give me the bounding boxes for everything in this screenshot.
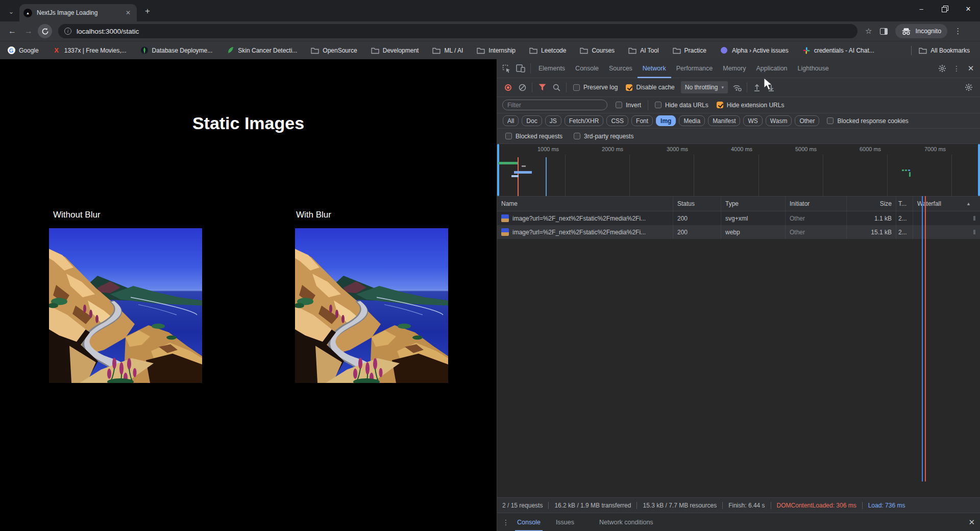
throttling-dropdown[interactable]: No throttling▾ [681,81,728,93]
tab-sources[interactable]: Sources [604,59,638,78]
clear-network-log-icon[interactable] [516,81,529,94]
bookmark-item[interactable]: X1337x | Free Movies,... [53,46,127,55]
tab-application[interactable]: Application [751,59,792,78]
bookmark-item[interactable]: Skin Cancer Detecti... [226,46,297,55]
bookmark-item[interactable]: Internship [477,46,516,55]
column-status[interactable]: Status [673,197,721,211]
chip-wasm[interactable]: Wasm [766,115,792,126]
devtools-panel: Elements Console Sources Network Perform… [497,59,980,531]
bookmark-item[interactable]: Database Deployme... [140,46,213,55]
chip-js[interactable]: JS [545,115,561,126]
timeline-request-dash [905,170,907,171]
inspect-element-icon[interactable] [500,62,513,75]
drawer-tab-console[interactable]: Console [515,513,543,531]
filter-input[interactable] [502,100,607,110]
drawer-close-icon[interactable]: ✕ [968,518,975,527]
network-conditions-icon[interactable] [730,81,744,94]
bookmark-item[interactable]: Leetcode [529,46,566,55]
column-name[interactable]: Name [497,197,673,211]
timeline-green-bar [498,162,518,164]
disable-cache-checkbox[interactable]: Disable cache [626,84,674,91]
gridline [758,155,759,196]
tab-performance[interactable]: Performance [671,59,718,78]
chip-all[interactable]: All [503,115,519,126]
network-settings-gear-icon[interactable] [962,81,975,94]
chip-doc[interactable]: Doc [522,115,542,126]
bookmark-item[interactable]: credentials - AI Chat... [802,46,874,55]
tab-console[interactable]: Console [570,59,604,78]
third-party-requests-checkbox[interactable]: 3rd-party requests [574,133,633,140]
address-bar[interactable]: i localhost:3000/static [58,24,857,38]
folder-icon [919,46,927,55]
checkbox-icon [655,102,662,108]
column-waterfall[interactable]: Waterfall▲ [913,197,980,211]
chip-fetch-xhr[interactable]: Fetch/XHR [565,115,604,126]
network-overview-timeline[interactable]: 1000 ms 2000 ms 3000 ms 4000 ms 5000 ms … [497,144,980,197]
bookmark-item[interactable]: Courses [580,46,615,55]
record-network-log-icon[interactable] [505,84,511,91]
chip-other[interactable]: Other [795,115,819,126]
timeline-left-handle[interactable] [497,144,499,196]
settings-gear-icon[interactable] [936,62,949,75]
drawer-tab-network-conditions[interactable]: Network conditions [597,513,655,531]
timeline-right-handle[interactable] [978,144,980,196]
hide-data-urls-checkbox[interactable]: Hide data URLs [655,102,708,109]
bookmark-item[interactable]: OpenSource [311,46,357,55]
restore-button[interactable] [933,0,957,17]
back-button[interactable]: ← [5,24,19,38]
chip-font[interactable]: Font [631,115,653,126]
reload-button[interactable] [38,24,52,38]
chip-media[interactable]: Media [679,115,705,126]
chip-img[interactable]: Img [656,115,676,126]
tab-elements[interactable]: Elements [533,59,570,78]
tab-memory[interactable]: Memory [718,59,751,78]
drawer-menu-icon[interactable]: ⋮ [502,518,509,526]
invert-checkbox[interactable]: Invert [616,102,641,109]
page-info-icon[interactable]: i [64,28,71,35]
chip-manifest[interactable]: Manifest [708,115,740,126]
tab-network[interactable]: Network [638,59,671,78]
blocked-requests-checkbox[interactable]: Blocked requests [505,133,562,140]
image-thumbnail-icon [501,214,509,222]
chip-ws[interactable]: WS [743,115,762,126]
devtools-close-icon[interactable]: ✕ [964,62,977,75]
request-row[interactable]: image?url=%2F_next%2Fstatic%2Fmedia%2Fi.… [497,211,980,225]
column-size[interactable]: Size [847,197,896,211]
bookmark-item[interactable]: ML / AI [432,46,463,55]
device-toolbar-icon[interactable] [514,62,527,75]
new-tab-button[interactable]: + [141,5,154,18]
url-text[interactable]: localhost:3000/static [77,28,139,35]
filter-funnel-icon[interactable] [535,81,549,94]
close-window-button[interactable]: ✕ [957,0,980,17]
bookmark-item[interactable]: GGoogle [7,46,39,55]
tab-close-icon[interactable]: ✕ [124,8,133,17]
tab-search-button[interactable]: ⌄ [4,4,18,18]
blocked-response-cookies-checkbox[interactable]: Blocked response cookies [827,117,908,125]
devtools-menu-icon[interactable]: ⋮ [950,62,963,75]
browser-tab[interactable]: ▲ NextJs Image Loading ✕ [19,4,137,21]
checkbox-icon [616,102,622,108]
bookmark-item[interactable]: Alpha › Active issues [720,46,789,55]
chip-css[interactable]: CSS [606,115,628,126]
hide-extension-urls-checkbox[interactable]: Hide extension URLs [717,102,785,109]
export-har-icon[interactable] [765,81,778,94]
column-initiator[interactable]: Initiator [786,197,847,211]
drawer-tab-issues[interactable]: Issues [554,513,576,531]
bookmark-star-icon[interactable]: ☆ [865,27,872,36]
preserve-log-checkbox[interactable]: Preserve log [573,84,618,91]
request-row[interactable]: image?url=%2F_next%2Fstatic%2Fmedia%2Fi.… [497,225,980,239]
minimize-button[interactable]: – [910,0,933,17]
bookmark-item[interactable]: Development [371,46,419,55]
all-bookmarks-button[interactable]: All Bookmarks [919,46,970,55]
search-icon[interactable] [550,81,563,94]
column-type[interactable]: Type [721,197,786,211]
bookmarks-bar: GGoogle X1337x | Free Movies,... Databas… [0,41,980,59]
column-time[interactable]: T... [896,197,913,211]
forward-button[interactable]: → [21,24,36,38]
side-panel-icon[interactable] [880,28,888,35]
tab-lighthouse[interactable]: Lighthouse [793,59,834,78]
bookmark-item[interactable]: Practice [673,46,706,55]
browser-menu-icon[interactable]: ⋮ [954,27,962,36]
import-har-icon[interactable] [750,81,764,94]
bookmark-item[interactable]: AI Tool [628,46,658,55]
